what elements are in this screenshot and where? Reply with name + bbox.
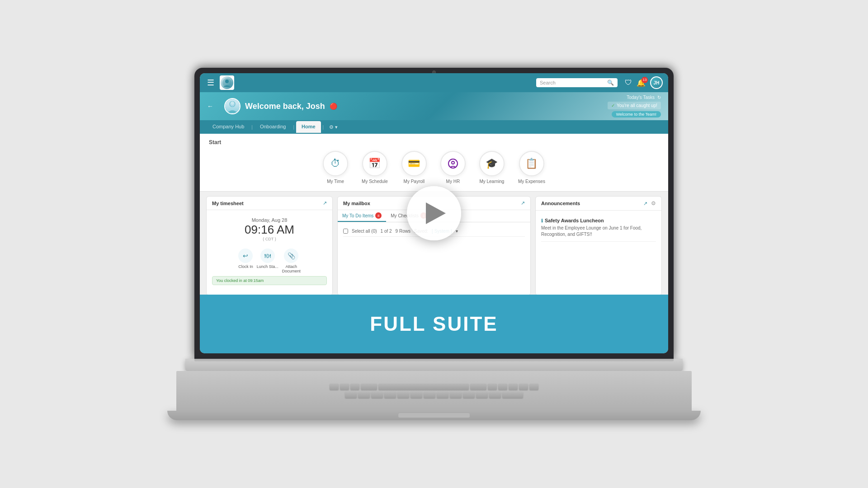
key-left <box>498 384 507 390</box>
header-row: ← <box>200 92 668 120</box>
attach-document-label: AttachDocument <box>282 264 301 273</box>
clock-actions: ↩ Clock In 🍽 Lunch Sta... 📎 <box>212 249 327 273</box>
key-backspace <box>502 392 523 398</box>
lunch-start-icon: 🍽 <box>260 249 275 263</box>
trackpad[interactable] <box>398 413 470 418</box>
shield-icon: 🛡 <box>625 79 632 86</box>
key-t <box>397 392 409 398</box>
attach-document-button[interactable]: 📎 AttachDocument <box>282 249 301 273</box>
laptop-shell: ☰ Search 🔍 <box>172 68 696 420</box>
start-label: Start <box>209 139 659 145</box>
timesheet-widget: My timesheet ↗ Monday, Aug 28 09:16 AM (… <box>206 196 333 296</box>
timesheet-link-icon[interactable]: ↗ <box>323 200 327 206</box>
search-container[interactable]: Search 🔍 <box>536 78 618 87</box>
user-avatar[interactable]: JH <box>650 76 663 89</box>
full-suite-banner: FULL SUITE <box>200 295 668 353</box>
my-payroll-label: My Payroll <box>404 179 425 184</box>
my-schedule-label: My Schedule <box>362 179 388 184</box>
clock-in-icon: ↩ <box>238 249 253 263</box>
saved-dropdown-icon[interactable]: ▾ <box>456 229 458 234</box>
key-alt <box>350 384 359 390</box>
play-button[interactable] <box>407 186 461 240</box>
announcements-title: Announcements <box>541 201 580 206</box>
back-arrow-icon[interactable]: ← <box>207 103 213 110</box>
pagination-display: 1 of 2 <box>381 229 392 234</box>
laptop-keyboard <box>176 371 692 411</box>
announcements-settings-icon[interactable]: ⚙ <box>651 200 656 206</box>
my-learning-label: My Learning <box>479 179 504 184</box>
refresh-icon[interactable]: ↻ <box>657 95 661 100</box>
announcements-link-icon[interactable]: ↗ <box>643 201 647 206</box>
key-space[interactable] <box>378 384 469 390</box>
laptop-base <box>185 359 683 371</box>
search-placeholder: Search <box>540 80 604 85</box>
today-tasks-label: Today's Tasks <box>627 95 655 100</box>
my-time-label: My Time <box>327 179 344 184</box>
tab-onboarding[interactable]: Onboarding <box>255 121 292 133</box>
time-date: Monday, Aug 28 <box>212 217 327 223</box>
welcome-team-button[interactable]: Welcome to the Team! <box>612 111 661 117</box>
mailbox-link-icon[interactable]: ↗ <box>521 200 525 206</box>
key-fn <box>330 384 339 390</box>
my-expenses-item[interactable]: 📋 My Expenses <box>518 151 545 184</box>
time-clock: 09:16 AM <box>212 223 327 237</box>
tab-separator-2: | <box>291 125 296 130</box>
avatar-image <box>225 99 240 113</box>
keyboard-row-2 <box>345 392 523 398</box>
select-all-label: Select all (0) <box>352 229 377 234</box>
tab-home[interactable]: Home <box>296 121 321 133</box>
notification-badge: 13 <box>642 77 648 83</box>
my-expenses-label: My Expenses <box>518 179 545 184</box>
svg-point-1 <box>225 80 229 83</box>
user-avatar-large <box>224 98 241 114</box>
hamburger-menu-icon[interactable]: ☰ <box>205 76 216 89</box>
key-o <box>450 392 462 398</box>
my-hr-icon-circle <box>440 151 466 176</box>
top-nav: ☰ Search 🔍 <box>200 73 668 92</box>
key-i <box>437 392 448 398</box>
mailbox-title: My mailbox <box>343 201 370 206</box>
screen-content: ☰ Search 🔍 <box>200 73 668 353</box>
select-all-checkbox[interactable] <box>343 229 348 234</box>
search-icon[interactable]: 🔍 <box>607 80 614 86</box>
clock-in-button[interactable]: ↩ Clock In <box>238 249 253 273</box>
key-bracket-r <box>489 392 501 398</box>
attach-document-icon: 📎 <box>284 249 298 263</box>
caught-up-text: You're all caught up! <box>617 103 657 108</box>
lunch-start-button[interactable]: 🍽 Lunch Sta... <box>257 249 278 273</box>
key-alt-right <box>488 384 497 390</box>
to-do-badge: 8 <box>375 212 382 219</box>
laptop-bottom <box>167 411 701 420</box>
key-e <box>371 392 383 398</box>
clock-in-label: Clock In <box>238 264 253 269</box>
tab-company-hub[interactable]: Company Hub <box>207 121 250 133</box>
welcome-message: Welcome back, Josh <box>245 102 325 111</box>
announcements-widget: Announcements ↗ ⚙ ℹ Safe <box>535 196 662 296</box>
my-learning-item[interactable]: 🎓 My Learning <box>479 151 505 184</box>
shield-button[interactable]: 🛡 <box>625 79 632 87</box>
my-schedule-item[interactable]: 📅 My Schedule <box>362 151 388 184</box>
notifications-button[interactable]: 🔔 13 <box>637 79 646 87</box>
header-right: Today's Tasks ↻ ✓ You're all caught up! … <box>608 95 661 117</box>
logo-inner <box>221 76 233 89</box>
announcement-item: ℹ Safety Awards Luncheon Meet in the Emp… <box>541 214 656 242</box>
announcement-title: ℹ Safety Awards Luncheon <box>541 218 656 223</box>
timesheet-title: My timesheet <box>212 201 244 206</box>
start-section: Start ⏱ My Time 📅 My Schedule � <box>200 134 668 192</box>
my-time-item[interactable]: ⏱ My Time <box>323 151 348 184</box>
time-display: Monday, Aug 28 09:16 AM ( CDT ) <box>212 214 327 245</box>
timesheet-body: Monday, Aug 28 09:16 AM ( CDT ) ↩ Clock … <box>207 210 332 295</box>
my-hr-item[interactable]: My HR <box>440 151 466 184</box>
header-title-area: Welcome back, Josh 🔴 <box>224 98 602 114</box>
app-logo[interactable] <box>220 75 234 90</box>
settings-tab[interactable]: ⚙ ▾ <box>326 122 341 133</box>
caught-up-message: ✓ You're all caught up! <box>608 102 661 109</box>
key-cmd-right <box>470 384 486 390</box>
my-payroll-item[interactable]: 💳 My Payroll <box>401 151 427 184</box>
timesheet-header: My timesheet ↗ <box>207 197 332 210</box>
tab-to-do-items[interactable]: My To Do Items 8 <box>338 210 386 222</box>
page-tabs: Company Hub | Onboarding | Home | ⚙ ▾ <box>200 120 668 134</box>
key-w <box>358 392 370 398</box>
key-r <box>384 392 396 398</box>
announcements-header: Announcements ↗ ⚙ <box>536 197 661 211</box>
